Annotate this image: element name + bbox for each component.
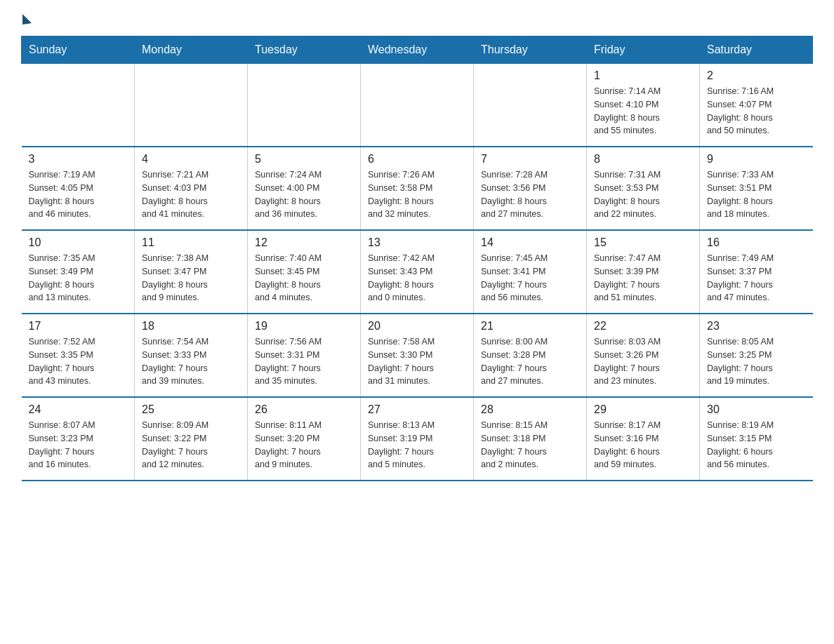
day-number: 26	[255, 403, 353, 416]
weekday-header-wednesday: Wednesday	[361, 36, 474, 64]
calendar-table: SundayMondayTuesdayWednesdayThursdayFrid…	[21, 36, 813, 481]
calendar-cell: 13Sunrise: 7:42 AMSunset: 3:43 PMDayligh…	[361, 230, 474, 314]
day-number: 17	[29, 320, 128, 333]
day-number: 1	[594, 69, 692, 82]
calendar-cell	[361, 64, 474, 147]
calendar-week-row: 24Sunrise: 8:07 AMSunset: 3:23 PMDayligh…	[22, 397, 813, 481]
page-header	[21, 14, 813, 23]
day-info: Sunrise: 7:54 AMSunset: 3:33 PMDaylight:…	[142, 335, 240, 388]
day-info: Sunrise: 8:13 AMSunset: 3:19 PMDaylight:…	[368, 419, 466, 471]
calendar-cell: 16Sunrise: 7:49 AMSunset: 3:37 PMDayligh…	[700, 230, 813, 314]
calendar-cell: 28Sunrise: 8:15 AMSunset: 3:18 PMDayligh…	[474, 397, 587, 481]
day-number: 13	[368, 236, 466, 249]
calendar-cell: 19Sunrise: 7:56 AMSunset: 3:31 PMDayligh…	[248, 314, 361, 397]
day-info: Sunrise: 7:35 AMSunset: 3:49 PMDaylight:…	[29, 252, 128, 304]
weekday-header-tuesday: Tuesday	[248, 36, 361, 64]
day-info: Sunrise: 7:31 AMSunset: 3:53 PMDaylight:…	[594, 168, 692, 221]
calendar-cell: 23Sunrise: 8:05 AMSunset: 3:25 PMDayligh…	[700, 314, 813, 397]
calendar-cell: 2Sunrise: 7:16 AMSunset: 4:07 PMDaylight…	[700, 64, 813, 147]
calendar-cell: 11Sunrise: 7:38 AMSunset: 3:47 PMDayligh…	[135, 230, 248, 314]
day-info: Sunrise: 7:24 AMSunset: 4:00 PMDaylight:…	[255, 168, 353, 221]
calendar-cell: 7Sunrise: 7:28 AMSunset: 3:56 PMDaylight…	[474, 147, 587, 230]
day-number: 21	[481, 320, 579, 333]
calendar-cell: 22Sunrise: 8:03 AMSunset: 3:26 PMDayligh…	[587, 314, 700, 397]
calendar-cell: 15Sunrise: 7:47 AMSunset: 3:39 PMDayligh…	[587, 230, 700, 314]
calendar-cell: 30Sunrise: 8:19 AMSunset: 3:15 PMDayligh…	[700, 397, 813, 481]
day-number: 24	[29, 403, 128, 416]
calendar-cell: 4Sunrise: 7:21 AMSunset: 4:03 PMDaylight…	[135, 147, 248, 230]
day-number: 4	[142, 153, 240, 166]
day-number: 15	[594, 236, 692, 249]
calendar-week-row: 3Sunrise: 7:19 AMSunset: 4:05 PMDaylight…	[22, 147, 813, 230]
day-number: 14	[481, 236, 579, 249]
calendar-header-row: SundayMondayTuesdayWednesdayThursdayFrid…	[22, 36, 813, 64]
day-number: 18	[142, 320, 240, 333]
day-info: Sunrise: 8:07 AMSunset: 3:23 PMDaylight:…	[29, 419, 128, 471]
calendar-cell: 10Sunrise: 7:35 AMSunset: 3:49 PMDayligh…	[22, 230, 135, 314]
day-info: Sunrise: 8:09 AMSunset: 3:22 PMDaylight:…	[142, 419, 240, 471]
day-info: Sunrise: 7:26 AMSunset: 3:58 PMDaylight:…	[368, 168, 466, 221]
day-info: Sunrise: 7:14 AMSunset: 4:10 PMDaylight:…	[594, 85, 692, 137]
day-info: Sunrise: 8:00 AMSunset: 3:28 PMDaylight:…	[481, 335, 579, 388]
day-number: 10	[29, 236, 128, 249]
calendar-cell: 12Sunrise: 7:40 AMSunset: 3:45 PMDayligh…	[248, 230, 361, 314]
calendar-cell: 24Sunrise: 8:07 AMSunset: 3:23 PMDayligh…	[22, 397, 135, 481]
day-number: 30	[707, 403, 806, 416]
day-info: Sunrise: 8:05 AMSunset: 3:25 PMDaylight:…	[707, 335, 806, 388]
day-number: 19	[255, 320, 353, 333]
calendar-cell: 17Sunrise: 7:52 AMSunset: 3:35 PMDayligh…	[22, 314, 135, 397]
day-number: 2	[707, 69, 806, 82]
calendar-cell	[248, 64, 361, 147]
day-info: Sunrise: 7:58 AMSunset: 3:30 PMDaylight:…	[368, 335, 466, 388]
day-number: 22	[594, 320, 692, 333]
day-info: Sunrise: 7:16 AMSunset: 4:07 PMDaylight:…	[707, 85, 806, 137]
calendar-cell: 5Sunrise: 7:24 AMSunset: 4:00 PMDaylight…	[248, 147, 361, 230]
calendar-week-row: 17Sunrise: 7:52 AMSunset: 3:35 PMDayligh…	[22, 314, 813, 397]
day-number: 25	[142, 403, 240, 416]
logo-triangle-icon	[22, 14, 32, 25]
day-info: Sunrise: 8:03 AMSunset: 3:26 PMDaylight:…	[594, 335, 692, 388]
calendar-cell: 18Sunrise: 7:54 AMSunset: 3:33 PMDayligh…	[135, 314, 248, 397]
logo	[21, 14, 32, 23]
day-info: Sunrise: 7:38 AMSunset: 3:47 PMDaylight:…	[142, 252, 240, 304]
weekday-header-saturday: Saturday	[700, 36, 813, 64]
day-info: Sunrise: 7:47 AMSunset: 3:39 PMDaylight:…	[594, 252, 692, 304]
day-number: 28	[481, 403, 579, 416]
day-number: 8	[594, 153, 692, 166]
calendar-week-row: 1Sunrise: 7:14 AMSunset: 4:10 PMDaylight…	[22, 64, 813, 147]
day-info: Sunrise: 7:33 AMSunset: 3:51 PMDaylight:…	[707, 168, 806, 221]
calendar-cell: 29Sunrise: 8:17 AMSunset: 3:16 PMDayligh…	[587, 397, 700, 481]
calendar-cell: 20Sunrise: 7:58 AMSunset: 3:30 PMDayligh…	[361, 314, 474, 397]
weekday-header-friday: Friday	[587, 36, 700, 64]
day-info: Sunrise: 7:45 AMSunset: 3:41 PMDaylight:…	[481, 252, 579, 304]
calendar-cell	[135, 64, 248, 147]
day-number: 20	[368, 320, 466, 333]
calendar-week-row: 10Sunrise: 7:35 AMSunset: 3:49 PMDayligh…	[22, 230, 813, 314]
day-number: 5	[255, 153, 353, 166]
weekday-header-sunday: Sunday	[22, 36, 135, 64]
day-info: Sunrise: 7:49 AMSunset: 3:37 PMDaylight:…	[707, 252, 806, 304]
calendar-cell: 25Sunrise: 8:09 AMSunset: 3:22 PMDayligh…	[135, 397, 248, 481]
day-info: Sunrise: 7:56 AMSunset: 3:31 PMDaylight:…	[255, 335, 353, 388]
day-number: 3	[29, 153, 128, 166]
day-info: Sunrise: 8:11 AMSunset: 3:20 PMDaylight:…	[255, 419, 353, 471]
day-number: 16	[707, 236, 806, 249]
calendar-cell: 9Sunrise: 7:33 AMSunset: 3:51 PMDaylight…	[700, 147, 813, 230]
calendar-cell: 27Sunrise: 8:13 AMSunset: 3:19 PMDayligh…	[361, 397, 474, 481]
calendar-cell: 21Sunrise: 8:00 AMSunset: 3:28 PMDayligh…	[474, 314, 587, 397]
day-number: 11	[142, 236, 240, 249]
day-info: Sunrise: 8:15 AMSunset: 3:18 PMDaylight:…	[481, 419, 579, 471]
calendar-cell: 1Sunrise: 7:14 AMSunset: 4:10 PMDaylight…	[587, 64, 700, 147]
calendar-cell: 26Sunrise: 8:11 AMSunset: 3:20 PMDayligh…	[248, 397, 361, 481]
day-info: Sunrise: 8:17 AMSunset: 3:16 PMDaylight:…	[594, 419, 692, 471]
day-number: 12	[255, 236, 353, 249]
day-info: Sunrise: 7:19 AMSunset: 4:05 PMDaylight:…	[29, 168, 128, 221]
day-number: 29	[594, 403, 692, 416]
day-number: 23	[707, 320, 806, 333]
day-info: Sunrise: 7:21 AMSunset: 4:03 PMDaylight:…	[142, 168, 240, 221]
day-number: 7	[481, 153, 579, 166]
day-number: 27	[368, 403, 466, 416]
weekday-header-thursday: Thursday	[474, 36, 587, 64]
day-info: Sunrise: 8:19 AMSunset: 3:15 PMDaylight:…	[707, 419, 806, 471]
calendar-cell	[22, 64, 135, 147]
